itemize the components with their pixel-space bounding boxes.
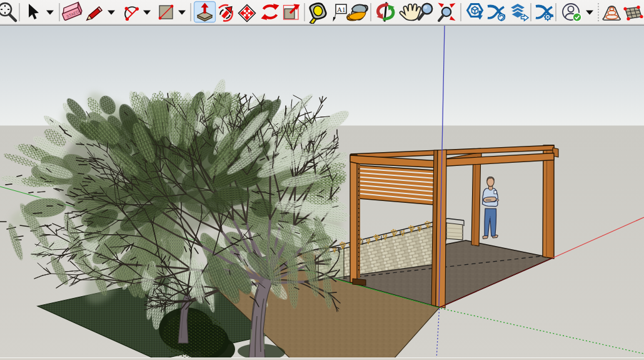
svg-text:A1: A1 (337, 6, 345, 13)
